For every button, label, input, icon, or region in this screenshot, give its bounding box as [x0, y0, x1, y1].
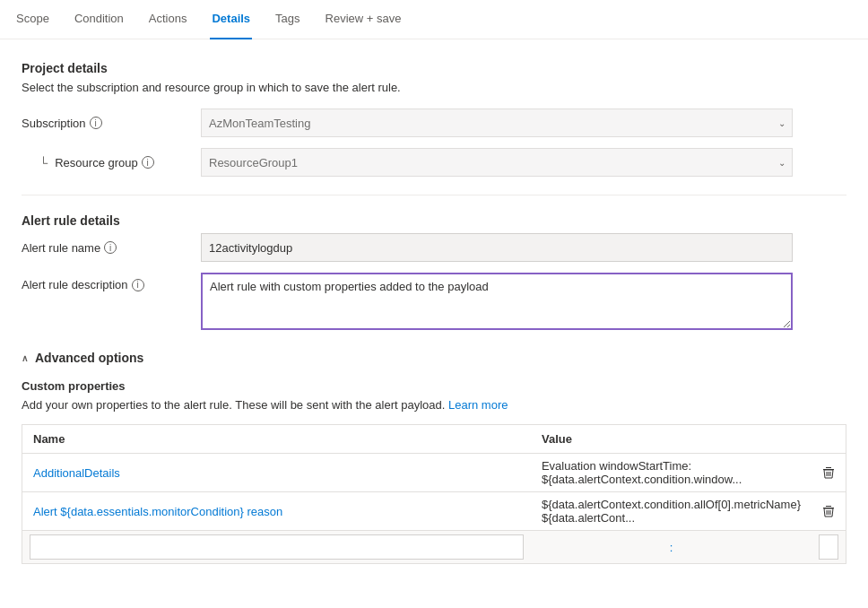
new-row: : — [22, 531, 846, 564]
learn-more-link[interactable]: Learn more — [448, 398, 508, 412]
subscription-row: Subscription i AzMonTeamTesting ⌄ — [22, 109, 846, 137]
col-header-value: Value — [531, 425, 812, 454]
svg-rect-6 — [826, 506, 831, 507]
alert-rule-description-textarea[interactable]: Alert rule with custom properties added … — [201, 273, 793, 330]
table-row: AdditionalDetails Evaluation windowStart… — [22, 454, 846, 492]
tab-navigation: Scope Condition Actions Details Tags Rev… — [0, 0, 868, 39]
alert-rule-details-title: Alert rule details — [22, 213, 846, 228]
new-row-name-cell — [22, 531, 531, 564]
resource-group-row: └ Resource group i ResourceGroup1 ⌄ — [22, 148, 846, 177]
tab-condition[interactable]: Condition — [73, 0, 126, 39]
row2-value: ${data.alertContext.condition.allOf[0].m… — [531, 492, 812, 531]
tab-actions[interactable]: Actions — [147, 0, 189, 39]
row1-delete-button[interactable] — [819, 465, 838, 481]
new-property-value-input[interactable] — [819, 534, 838, 560]
tab-tags[interactable]: Tags — [273, 0, 301, 39]
col-header-name: Name — [22, 425, 531, 454]
advanced-options-chevron-icon: ∧ — [22, 353, 28, 363]
subscription-label: Subscription i — [22, 117, 201, 130]
delete-icon — [822, 466, 835, 479]
resource-group-select[interactable]: ResourceGroup1 — [201, 148, 793, 177]
row1-action — [812, 454, 846, 492]
row2-name: Alert ${data.essentials.monitorCondition… — [22, 492, 531, 531]
project-details-section: Project details Select the subscription … — [22, 61, 846, 177]
subscription-select[interactable]: AzMonTeamTesting — [201, 109, 793, 137]
subscription-info-icon[interactable]: i — [90, 117, 102, 129]
project-details-title: Project details — [22, 61, 846, 75]
subscription-control: AzMonTeamTesting ⌄ — [201, 109, 793, 137]
alert-rule-name-row: Alert rule name i — [22, 233, 846, 262]
alert-rule-description-label: Alert rule description i — [22, 273, 201, 291]
custom-properties-description: Add your own properties to the alert rul… — [22, 398, 846, 412]
row1-value: Evaluation windowStartTime: ${data.alert… — [531, 454, 812, 492]
project-details-description: Select the subscription and resource gro… — [22, 81, 846, 94]
alert-rule-name-control — [201, 233, 793, 262]
alert-rule-name-label: Alert rule name i — [22, 241, 201, 255]
alert-rule-name-info-icon[interactable]: i — [104, 241, 117, 254]
advanced-options-section: ∧ Advanced options Custom properties Add… — [22, 351, 846, 564]
new-row-colon: : — [531, 531, 812, 564]
row1-name: AdditionalDetails — [22, 454, 531, 492]
new-property-name-input[interactable] — [30, 534, 524, 560]
alert-rule-description-control: Alert rule with custom properties added … — [201, 273, 793, 333]
alert-rule-description-info-icon[interactable]: i — [132, 279, 144, 291]
row2-delete-button[interactable] — [819, 503, 838, 519]
resource-group-info-icon[interactable]: i — [142, 156, 154, 169]
custom-properties-container: Custom properties Add your own propertie… — [22, 379, 846, 564]
tab-details[interactable]: Details — [210, 0, 252, 39]
tab-scope[interactable]: Scope — [14, 0, 51, 39]
advanced-options-toggle[interactable]: ∧ Advanced options — [22, 351, 846, 365]
alert-rule-description-row: Alert rule description i Alert rule with… — [22, 273, 846, 333]
resource-group-control: ResourceGroup1 ⌄ — [201, 148, 793, 177]
alert-rule-details-section: Alert rule details Alert rule name i Ale… — [22, 213, 846, 333]
new-row-value-cell — [812, 531, 846, 564]
row2-action — [812, 492, 846, 531]
section-divider-1 — [22, 195, 846, 195]
main-content: Project details Select the subscription … — [0, 39, 868, 586]
tab-review-save[interactable]: Review + save — [324, 0, 404, 39]
table-header-row: Name Value — [22, 425, 846, 454]
delete-icon — [822, 505, 835, 517]
col-header-action — [812, 425, 846, 454]
custom-properties-title: Custom properties — [22, 379, 846, 393]
alert-rule-name-input[interactable] — [201, 233, 793, 262]
resource-group-label: └ Resource group i — [22, 156, 201, 169]
table-row: Alert ${data.essentials.monitorCondition… — [22, 492, 846, 531]
custom-properties-table: Name Value AdditionalDetails Evaluation … — [22, 424, 846, 564]
svg-rect-1 — [826, 467, 831, 468]
